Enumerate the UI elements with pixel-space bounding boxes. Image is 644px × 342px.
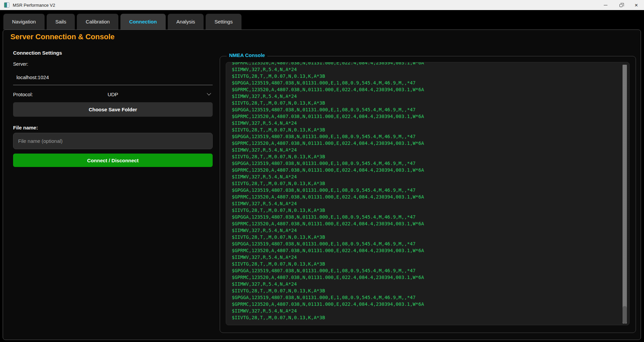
console-line: $GPRMC,123520,A,4807.038,N,01131.000,E,0… [232,274,629,281]
file-name-input[interactable] [13,133,213,149]
console-line: $GPRMC,123520,A,4807.038,N,01131.000,E,0… [232,193,629,200]
choose-save-folder-button[interactable]: Choose Save Folder [13,102,213,117]
console-line: $GPGGA,123519,4807.038,N,01131.000,E,1,0… [232,214,629,220]
tab-sails[interactable]: Sails [47,14,75,30]
console-line: $IIVTG,28,T,,M,0.07,N,0.13,K,A*3B [232,73,629,79]
console-line: $GPGGA,123519,4807.038,N,01131.000,E,1,0… [232,267,629,274]
tab-connection[interactable]: Connection [120,14,166,30]
console-line: $GPGGA,123519,4807.038,N,01131.000,E,1,0… [232,79,629,86]
console-line: $IIVTG,28,T,,M,0.07,N,0.13,K,A*3B [232,153,629,160]
console-line: $IIMWV,327,R,5.4,N,A*24 [232,66,629,73]
window-title: MSR Performance V2 [13,3,55,8]
console-line: $GPRMC,123520,A,4807.038,N,01131.000,E,0… [232,301,629,307]
console-line: $GPGGA,123519,4807.038,N,01131.000,E,1,0… [232,160,629,167]
page-title: Server Connection & Console [10,33,115,41]
nmea-console-output[interactable]: $GPRMC,123520,A,4807.038,N,01131.000,E,0… [226,62,630,325]
console-line: $IIMWV,327,R,5.4,N,A*24 [232,227,629,234]
console-line: $IIMWV,327,R,5.4,N,A*24 [232,173,629,180]
console-line: $GPRMC,123520,A,4807.038,N,01131.000,E,0… [232,140,629,147]
app-icon [4,2,9,8]
console-line: $GPGGA,123519,4807.038,N,01131.000,E,1,0… [232,240,629,247]
minimize-icon [604,5,607,5]
console-line: $IIVTG,28,T,,M,0.07,N,0.13,K,A*3B [232,314,629,321]
close-icon: × [635,2,638,8]
console-line: $GPGGA,123519,4807.038,N,01131.000,E,1,0… [232,294,629,301]
console-line: $GPRMC,123520,A,4807.038,N,01131.000,E,0… [232,167,629,173]
console-line: $IIMWV,327,R,5.4,N,A*24 [232,147,629,153]
server-label: Server: [13,61,28,67]
console-line: $IIVTG,28,T,,M,0.07,N,0.13,K,A*3B [232,261,629,267]
console-line: $IIVTG,28,T,,M,0.07,N,0.13,K,A*3B [232,287,629,294]
console-line: $GPRMC,123520,A,4807.038,N,01131.000,E,0… [232,113,629,120]
console-lines: $GPRMC,123520,A,4807.038,N,01131.000,E,0… [226,62,629,321]
console-line: $IIVTG,28,T,,M,0.07,N,0.13,K,A*3B [232,180,629,187]
content-panel: Server Connection & Console Connection S… [3,30,641,340]
console-line: $IIMWV,327,R,5.4,N,A*24 [232,93,629,100]
connection-settings-title: Connection Settings [13,50,62,56]
nmea-console-title: NMEA Console [227,52,267,58]
connect-disconnect-button[interactable]: Connect / Disconnect [13,154,213,167]
console-line: $GPGGA,123519,4807.038,N,01131.000,E,1,0… [232,106,629,113]
file-name-label: File name: [13,125,38,130]
protocol-dropdown-value[interactable]: UDP [13,92,213,97]
console-line: $IIVTG,28,T,,M,0.07,N,0.13,K,A*3B [232,126,629,133]
window-controls: × [598,0,644,10]
console-scrollbar-thumb[interactable] [623,306,627,324]
minimize-button[interactable] [598,0,613,10]
console-line: $IIVTG,28,T,,M,0.07,N,0.13,K,A*3B [232,234,629,240]
console-scrollbar[interactable] [623,65,627,324]
console-line: $GPRMC,123520,A,4807.038,N,01131.000,E,0… [232,62,629,66]
tab-analysis[interactable]: Analysis [168,14,204,30]
console-line: $IIVTG,28,T,,M,0.07,N,0.13,K,A*3B [232,100,629,106]
console-line: $IIVTG,28,T,,M,0.07,N,0.13,K,A*3B [232,207,629,214]
console-line: $IIMWV,327,R,5.4,N,A*24 [232,200,629,207]
title-bar: MSR Performance V2 × [0,0,644,10]
console-line: $GPRMC,123520,A,4807.038,N,01131.000,E,0… [232,86,629,93]
maximize-restore-button[interactable] [613,0,629,10]
restore-icon [620,4,623,7]
nmea-console-groupbox: NMEA Console $GPRMC,123520,A,4807.038,N,… [220,56,636,333]
console-line: $IIMWV,327,R,5.4,N,A*24 [232,254,629,261]
console-line: $IIMWV,327,R,5.4,N,A*24 [232,281,629,287]
console-line: $GPGGA,123519,4807.038,N,01131.000,E,1,0… [232,133,629,140]
close-button[interactable]: × [629,0,644,10]
console-line: $GPRMC,123520,A,4807.038,N,01131.000,E,0… [232,220,629,227]
tab-calibration[interactable]: Calibration [77,14,118,30]
console-line: $IIMWV,327,R,5.4,N,A*24 [232,307,629,314]
tab-strip: NavigationSailsCalibrationConnectionAnal… [3,14,241,30]
tab-navigation[interactable]: Navigation [3,14,45,30]
tab-settings[interactable]: Settings [206,14,241,30]
console-line: $GPGGA,123519,4807.038,N,01131.000,E,1,0… [232,187,629,193]
protocol-row[interactable]: Protocol: UDP [13,89,213,100]
console-line: $IIMWV,327,R,5.4,N,A*24 [232,120,629,126]
server-input[interactable] [13,69,213,85]
console-line: $GPRMC,123520,A,4807.038,N,01131.000,E,0… [232,247,629,254]
